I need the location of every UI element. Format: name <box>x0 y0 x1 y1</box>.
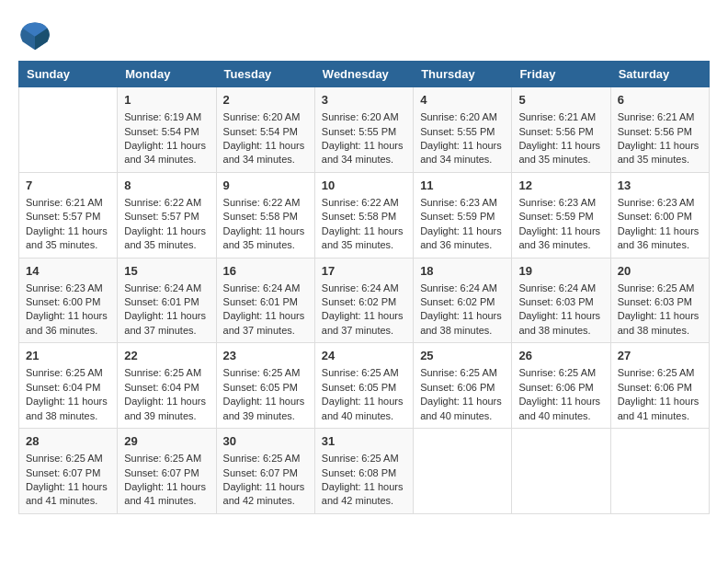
day-number: 8 <box>124 178 209 194</box>
logo-icon <box>18 18 51 52</box>
calendar-cell: 8Sunrise: 6:22 AMSunset: 5:57 PMDaylight… <box>118 172 216 258</box>
day-info: Sunrise: 6:24 AM <box>223 282 308 295</box>
day-number: 15 <box>124 263 209 280</box>
day-info: Sunrise: 6:25 AM <box>26 366 110 380</box>
day-info: Sunset: 5:59 PM <box>518 210 603 224</box>
day-info: Sunrise: 6:23 AM <box>618 196 702 210</box>
calendar-cell: 31Sunrise: 6:25 AMSunset: 6:08 PMDayligh… <box>314 429 413 514</box>
day-info: Sunrise: 6:20 AM <box>223 110 308 124</box>
day-info: Sunrise: 6:25 AM <box>26 452 110 465</box>
calendar-cell <box>610 429 709 514</box>
day-info: Daylight: 11 hours and 36 minutes. <box>420 224 505 253</box>
day-info: Daylight: 11 hours and 35 minutes. <box>124 224 209 253</box>
day-info: Sunset: 5:58 PM <box>223 210 308 224</box>
day-info: Daylight: 11 hours and 42 minutes. <box>322 480 406 509</box>
day-info: Sunrise: 6:21 AM <box>618 110 702 124</box>
day-info: Sunset: 6:07 PM <box>124 466 209 480</box>
day-info: Daylight: 11 hours and 39 minutes. <box>223 395 308 423</box>
day-info: Sunrise: 6:25 AM <box>124 452 209 465</box>
day-info: Sunrise: 6:21 AM <box>26 196 110 210</box>
day-info: Daylight: 11 hours and 37 minutes. <box>124 309 209 338</box>
calendar-cell: 26Sunrise: 6:25 AMSunset: 6:06 PMDayligh… <box>512 343 610 429</box>
day-number: 13 <box>618 178 702 194</box>
column-header-monday: Monday <box>118 62 216 87</box>
day-number: 1 <box>124 92 209 109</box>
day-info: Sunset: 6:01 PM <box>124 295 209 309</box>
calendar-cell: 11Sunrise: 6:23 AMSunset: 5:59 PMDayligh… <box>414 172 512 258</box>
day-info: Daylight: 11 hours and 37 minutes. <box>223 309 308 338</box>
day-info: Sunrise: 6:20 AM <box>322 110 406 124</box>
calendar-cell: 15Sunrise: 6:24 AMSunset: 6:01 PMDayligh… <box>118 258 216 343</box>
day-number: 20 <box>618 263 702 280</box>
calendar-body: 1Sunrise: 6:19 AMSunset: 5:54 PMDaylight… <box>19 87 710 514</box>
day-number: 29 <box>124 433 209 450</box>
day-number: 21 <box>26 348 110 364</box>
day-info: Sunrise: 6:24 AM <box>124 282 209 295</box>
calendar-cell: 7Sunrise: 6:21 AMSunset: 5:57 PMDaylight… <box>19 172 118 258</box>
day-info: Sunrise: 6:25 AM <box>518 366 603 380</box>
day-info: Daylight: 11 hours and 42 minutes. <box>223 480 308 509</box>
day-info: Sunset: 6:08 PM <box>322 466 406 480</box>
day-info: Sunset: 6:02 PM <box>420 295 505 309</box>
day-info: Sunrise: 6:20 AM <box>420 110 505 124</box>
day-info: Sunrise: 6:21 AM <box>518 110 603 124</box>
calendar-cell: 16Sunrise: 6:24 AMSunset: 6:01 PMDayligh… <box>216 258 314 343</box>
day-info: Sunrise: 6:25 AM <box>618 366 702 380</box>
calendar-cell: 10Sunrise: 6:22 AMSunset: 5:58 PMDayligh… <box>314 172 413 258</box>
day-info: Daylight: 11 hours and 38 minutes. <box>26 395 110 423</box>
calendar-cell: 4Sunrise: 6:20 AMSunset: 5:55 PMDaylight… <box>414 87 512 173</box>
day-info: Sunset: 6:04 PM <box>124 381 209 395</box>
day-number: 10 <box>322 178 406 194</box>
calendar-cell: 23Sunrise: 6:25 AMSunset: 6:05 PMDayligh… <box>216 343 314 429</box>
day-info: Daylight: 11 hours and 40 minutes. <box>420 395 505 423</box>
day-info: Daylight: 11 hours and 36 minutes. <box>618 224 702 253</box>
calendar-week-2: 7Sunrise: 6:21 AMSunset: 5:57 PMDaylight… <box>19 172 710 258</box>
day-info: Sunrise: 6:19 AM <box>124 110 209 124</box>
day-info: Daylight: 11 hours and 36 minutes. <box>26 309 110 338</box>
day-info: Sunrise: 6:25 AM <box>322 366 406 380</box>
calendar-cell: 17Sunrise: 6:24 AMSunset: 6:02 PMDayligh… <box>314 258 413 343</box>
calendar-cell: 14Sunrise: 6:23 AMSunset: 6:00 PMDayligh… <box>19 258 118 343</box>
day-info: Sunrise: 6:25 AM <box>420 366 505 380</box>
day-number: 5 <box>518 92 603 109</box>
day-info: Sunset: 5:55 PM <box>322 125 406 139</box>
day-info: Sunrise: 6:25 AM <box>322 452 406 465</box>
day-info: Sunrise: 6:25 AM <box>124 366 209 380</box>
day-info: Daylight: 11 hours and 41 minutes. <box>124 480 209 509</box>
calendar-week-5: 28Sunrise: 6:25 AMSunset: 6:07 PMDayligh… <box>19 429 710 514</box>
day-number: 17 <box>322 263 406 280</box>
calendar-cell <box>414 429 512 514</box>
day-info: Daylight: 11 hours and 38 minutes. <box>518 309 603 338</box>
day-number: 23 <box>223 348 308 364</box>
calendar-cell: 6Sunrise: 6:21 AMSunset: 5:56 PMDaylight… <box>610 87 709 173</box>
day-info: Daylight: 11 hours and 41 minutes. <box>618 395 702 423</box>
day-info: Sunrise: 6:24 AM <box>420 282 505 295</box>
day-number: 7 <box>26 178 110 194</box>
day-info: Sunrise: 6:24 AM <box>322 282 406 295</box>
day-info: Daylight: 11 hours and 35 minutes. <box>223 224 308 253</box>
day-info: Sunset: 5:59 PM <box>420 210 505 224</box>
day-info: Sunset: 6:02 PM <box>322 295 406 309</box>
day-info: Sunrise: 6:25 AM <box>223 452 308 465</box>
day-info: Sunset: 6:03 PM <box>518 295 603 309</box>
day-info: Sunset: 6:00 PM <box>26 295 110 309</box>
logo <box>18 18 55 52</box>
day-number: 14 <box>26 263 110 280</box>
day-info: Sunset: 5:54 PM <box>124 125 209 139</box>
column-header-saturday: Saturday <box>610 62 709 87</box>
day-number: 16 <box>223 263 308 280</box>
calendar-cell: 1Sunrise: 6:19 AMSunset: 5:54 PMDaylight… <box>118 87 216 173</box>
day-info: Sunset: 6:07 PM <box>26 466 110 480</box>
day-info: Sunrise: 6:25 AM <box>618 282 702 295</box>
day-number: 18 <box>420 263 505 280</box>
calendar-cell: 19Sunrise: 6:24 AMSunset: 6:03 PMDayligh… <box>512 258 610 343</box>
day-info: Daylight: 11 hours and 34 minutes. <box>124 139 209 167</box>
day-info: Sunrise: 6:25 AM <box>223 366 308 380</box>
calendar-cell: 25Sunrise: 6:25 AMSunset: 6:06 PMDayligh… <box>414 343 512 429</box>
day-number: 31 <box>322 433 406 450</box>
calendar-cell: 3Sunrise: 6:20 AMSunset: 5:55 PMDaylight… <box>314 87 413 173</box>
day-info: Sunset: 5:55 PM <box>420 125 505 139</box>
day-number: 19 <box>518 263 603 280</box>
day-number: 27 <box>618 348 702 364</box>
day-info: Sunrise: 6:24 AM <box>518 282 603 295</box>
